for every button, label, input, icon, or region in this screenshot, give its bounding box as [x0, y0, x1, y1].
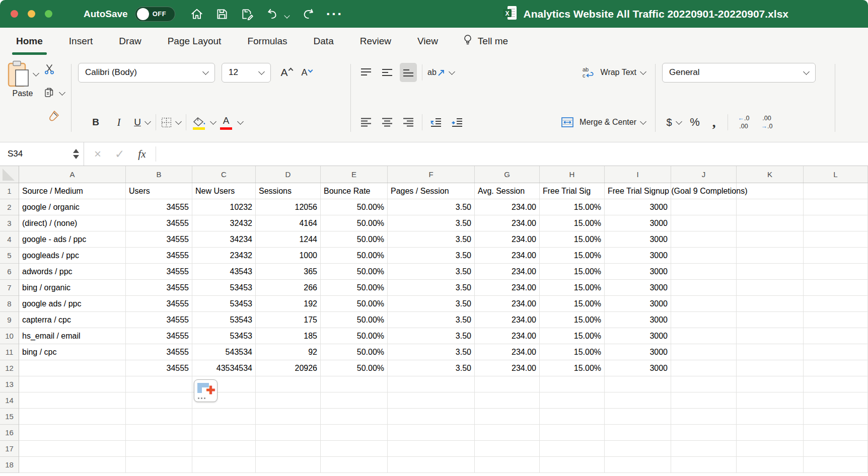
cell-K12[interactable] [737, 360, 804, 376]
bold-button[interactable]: B [87, 113, 104, 132]
cell-C8[interactable]: 53453 [192, 296, 256, 312]
cell-H2[interactable]: 15.00% [540, 199, 605, 215]
cell-B11[interactable]: 34555 [126, 344, 192, 360]
increase-indent-button[interactable] [449, 113, 466, 132]
cell-K9[interactable] [737, 312, 804, 328]
font-size-select[interactable]: 12 [222, 63, 271, 83]
cell-I18[interactable] [605, 457, 671, 473]
cell-J7[interactable] [671, 280, 737, 296]
column-header-G[interactable]: G [475, 166, 540, 183]
cell-I3[interactable]: 3000 [605, 215, 671, 231]
cell-D5[interactable]: 1000 [256, 248, 321, 264]
cell-K8[interactable] [737, 296, 804, 312]
cell-L17[interactable] [804, 441, 868, 457]
cell-D1[interactable]: Sessions [256, 183, 321, 199]
cell-F4[interactable]: 3.50 [388, 231, 475, 248]
cell-E9[interactable]: 50.00% [321, 312, 388, 328]
row-header-16[interactable]: 16 [0, 425, 19, 441]
wrap-text-button[interactable]: abc Wrap Text [582, 63, 645, 82]
number-format-select[interactable]: General [662, 63, 816, 83]
cell-L15[interactable] [804, 409, 868, 425]
cut-button[interactable] [43, 62, 64, 77]
cell-K4[interactable] [737, 231, 804, 248]
currency-format-button[interactable]: $ [665, 113, 682, 132]
cell-D3[interactable]: 4164 [256, 215, 321, 231]
align-bottom-button[interactable] [400, 63, 417, 82]
cell-J6[interactable] [671, 264, 737, 280]
cell-H9[interactable]: 15.00% [540, 312, 605, 328]
row-header-17[interactable]: 17 [0, 441, 19, 457]
cell-B13[interactable] [126, 376, 192, 392]
cell-J4[interactable] [671, 231, 737, 248]
column-header-C[interactable]: C [192, 166, 256, 183]
cell-E15[interactable] [321, 409, 388, 425]
tab-insert[interactable]: Insert [67, 28, 95, 55]
cell-E18[interactable] [321, 457, 388, 473]
align-center-button[interactable] [379, 113, 396, 132]
cell-A12[interactable] [19, 360, 126, 376]
cell-L12[interactable] [804, 360, 868, 376]
cell-H18[interactable] [540, 457, 605, 473]
cell-F8[interactable]: 3.50 [388, 296, 475, 312]
row-header-5[interactable]: 5 [0, 248, 19, 264]
cell-L9[interactable] [804, 312, 868, 328]
insert-function-icon[interactable]: fx [138, 148, 146, 161]
row-header-1[interactable]: 1 [0, 183, 19, 199]
cell-E16[interactable] [321, 425, 388, 441]
tab-page-layout[interactable]: Page Layout [166, 28, 224, 55]
cell-A5[interactable]: googleads / ppc [19, 248, 126, 264]
cell-I13[interactable] [605, 376, 671, 392]
cell-K5[interactable] [737, 248, 804, 264]
cell-H6[interactable]: 15.00% [540, 264, 605, 280]
cell-H14[interactable] [540, 392, 605, 409]
cell-C11[interactable]: 543534 [192, 344, 256, 360]
cell-D7[interactable]: 266 [256, 280, 321, 296]
cell-L1[interactable] [804, 183, 868, 199]
cell-J10[interactable] [671, 328, 737, 344]
cell-H5[interactable]: 15.00% [540, 248, 605, 264]
cell-A4[interactable]: google - ads / ppc [19, 231, 126, 248]
cell-L6[interactable] [804, 264, 868, 280]
copy-dropdown-chevron-icon[interactable] [59, 89, 65, 96]
cell-C6[interactable]: 43543 [192, 264, 256, 280]
cell-E6[interactable]: 50.00% [321, 264, 388, 280]
copy-button[interactable] [43, 85, 64, 100]
cell-I17[interactable] [605, 441, 671, 457]
column-header-E[interactable]: E [321, 166, 388, 183]
cell-C10[interactable]: 53453 [192, 328, 256, 344]
cell-A14[interactable] [19, 392, 126, 409]
fill-options-button[interactable]: ✚ [194, 379, 218, 402]
cell-H8[interactable]: 15.00% [540, 296, 605, 312]
cell-F11[interactable]: 3.50 [388, 344, 475, 360]
orientation-button[interactable]: ab [427, 63, 454, 82]
row-header-11[interactable]: 11 [0, 344, 19, 360]
cell-E2[interactable]: 50.00% [321, 199, 388, 215]
cell-C3[interactable]: 32432 [192, 215, 256, 231]
cell-B5[interactable]: 34555 [126, 248, 192, 264]
cell-B7[interactable]: 34555 [126, 280, 192, 296]
row-header-15[interactable]: 15 [0, 409, 19, 425]
cell-A7[interactable]: bing / organic [19, 280, 126, 296]
cell-F5[interactable]: 3.50 [388, 248, 475, 264]
cell-E4[interactable]: 50.00% [321, 231, 388, 248]
save-icon[interactable] [215, 8, 229, 21]
cell-C17[interactable] [192, 441, 256, 457]
column-header-K[interactable]: K [737, 166, 804, 183]
cell-G3[interactable]: 234.00 [475, 215, 540, 231]
row-header-3[interactable]: 3 [0, 215, 19, 231]
stepper-down-icon[interactable] [73, 155, 79, 159]
cell-D17[interactable] [256, 441, 321, 457]
row-header-4[interactable]: 4 [0, 231, 19, 248]
cell-J3[interactable] [671, 215, 737, 231]
tab-home[interactable]: Home [14, 28, 45, 55]
cell-I6[interactable]: 3000 [605, 264, 671, 280]
cell-K15[interactable] [737, 409, 804, 425]
cell-I2[interactable]: 3000 [605, 199, 671, 215]
cell-C4[interactable]: 34234 [192, 231, 256, 248]
cell-B10[interactable]: 34555 [126, 328, 192, 344]
fill-color-button[interactable] [191, 113, 215, 132]
cell-G8[interactable]: 234.00 [475, 296, 540, 312]
cell-G16[interactable] [475, 425, 540, 441]
cell-I8[interactable]: 3000 [605, 296, 671, 312]
decrease-decimal-button[interactable]: .00 →.0 [756, 113, 777, 132]
